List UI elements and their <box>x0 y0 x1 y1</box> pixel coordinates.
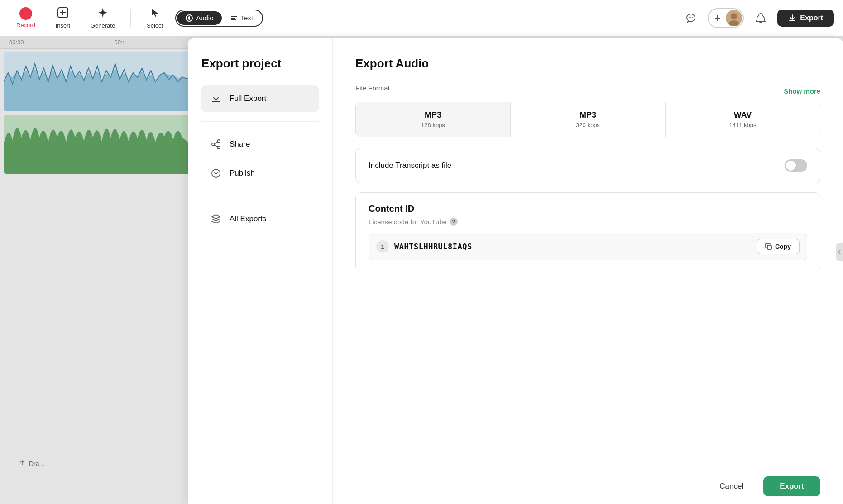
select-label: Select <box>147 22 163 29</box>
generate-label: Generate <box>91 22 115 29</box>
select-icon <box>149 7 161 20</box>
full-export-label: Full Export <box>230 94 266 103</box>
chat-icon <box>685 13 696 24</box>
audio-toggle-button[interactable]: Audio <box>177 11 221 25</box>
transcript-toggle[interactable] <box>785 159 807 172</box>
modal-content: Export Audio File Format Show more MP3 1… <box>333 38 843 504</box>
license-label-text: License code for YouTube <box>369 218 447 226</box>
generate-icon <box>97 7 109 20</box>
audio-icon <box>185 14 193 22</box>
record-button[interactable]: Record <box>9 4 43 32</box>
sidebar-divider-1 <box>201 121 319 122</box>
insert-icon <box>57 7 69 20</box>
export-button[interactable]: Export <box>777 10 834 27</box>
format-wav[interactable]: WAV 1411 kbps <box>666 102 820 137</box>
svg-point-10 <box>692 17 693 18</box>
svg-rect-5 <box>231 16 237 17</box>
transcript-section: Include Transcript as file <box>355 148 820 183</box>
copy-button[interactable]: Copy <box>757 239 800 254</box>
avatar-image <box>726 10 742 26</box>
sidebar-divider-2 <box>201 196 319 196</box>
content-id-title: Content ID <box>369 204 807 214</box>
export-audio-title: Export Audio <box>355 57 820 71</box>
svg-rect-7 <box>231 19 236 20</box>
toolbar-divider <box>130 9 131 27</box>
all-exports-label: All Exports <box>230 214 266 223</box>
text-toggle-label: Text <box>241 14 254 22</box>
toolbar-right: Export <box>681 8 834 28</box>
format-options: MP3 128 kbps MP3 320 kbps WAV 1411 kbps <box>355 102 820 137</box>
content-id-section: Content ID License code for YouTube ? 1 … <box>355 192 820 271</box>
format-name-1: MP3 <box>425 110 441 120</box>
record-label: Record <box>16 22 35 29</box>
svg-point-17 <box>212 143 215 146</box>
license-number: 1 <box>376 240 389 253</box>
chat-button[interactable] <box>681 9 700 28</box>
file-format-label: File Format <box>355 84 390 92</box>
export-btn-label: Export <box>800 14 823 22</box>
format-detail-1: 128 kbps <box>421 122 445 128</box>
transcript-toggle-row: Include Transcript as file <box>369 159 807 172</box>
svg-point-8 <box>689 17 690 18</box>
share-icon <box>209 137 223 152</box>
help-icon[interactable]: ? <box>450 218 458 226</box>
all-exports-icon <box>209 212 223 226</box>
export-action-button[interactable]: Export <box>763 476 820 496</box>
audio-toggle-label: Audio <box>196 14 213 22</box>
license-code: WAHTSLHHRUL8IAQS <box>394 242 751 251</box>
copy-label: Copy <box>775 243 791 250</box>
insert-button[interactable]: Insert <box>47 3 79 33</box>
generate-button[interactable]: Generate <box>83 3 122 33</box>
modal-sidebar: Export project Full Export <box>188 38 333 504</box>
publish-label: Publish <box>230 169 255 178</box>
bell-icon <box>755 13 766 24</box>
add-icon <box>713 14 722 23</box>
format-name-2: MP3 <box>580 110 596 120</box>
license-label-row: License code for YouTube ? <box>369 218 807 226</box>
license-code-row: 1 WAHTSLHHRUL8IAQS Copy <box>369 233 807 260</box>
text-toggle-button[interactable]: Text <box>222 11 262 25</box>
modal-title: Export project <box>201 57 319 71</box>
format-mp3-320[interactable]: MP3 320 kbps <box>511 102 666 137</box>
svg-point-18 <box>217 146 220 149</box>
export-panel: Export project Full Export <box>188 38 843 504</box>
collapse-indicator[interactable] <box>836 243 843 261</box>
audio-text-toggle: Audio Text <box>175 10 263 27</box>
share-label: Share <box>230 140 250 149</box>
svg-point-14 <box>731 13 737 19</box>
cancel-button[interactable]: Cancel <box>707 476 756 496</box>
format-detail-3: 1411 kbps <box>729 122 757 128</box>
copy-icon <box>765 243 772 250</box>
text-icon <box>230 14 238 22</box>
show-more-button[interactable]: Show more <box>784 87 820 95</box>
svg-point-9 <box>690 17 691 18</box>
notification-button[interactable] <box>751 9 770 28</box>
svg-rect-6 <box>231 18 235 19</box>
svg-line-19 <box>215 142 217 144</box>
publish-icon <box>209 166 223 181</box>
record-icon <box>19 7 32 20</box>
format-mp3-128[interactable]: MP3 128 kbps <box>356 102 511 137</box>
insert-label: Insert <box>56 22 71 29</box>
avatar[interactable] <box>726 10 742 26</box>
modal-footer: Cancel Export <box>333 468 843 504</box>
sidebar-full-export[interactable]: Full Export <box>201 85 319 112</box>
download-icon <box>788 14 796 22</box>
format-row: File Format Show more <box>355 84 820 98</box>
svg-rect-4 <box>188 16 190 20</box>
add-button[interactable] <box>709 10 726 26</box>
svg-rect-22 <box>767 245 771 249</box>
format-name-3: WAV <box>734 110 752 120</box>
toolbar: Record Insert Generate Select <box>0 0 843 36</box>
transcript-label: Include Transcript as file <box>369 161 451 170</box>
svg-line-20 <box>215 145 217 147</box>
sidebar-all-exports[interactable]: All Exports <box>201 205 319 233</box>
select-button[interactable]: Select <box>139 3 171 33</box>
format-detail-2: 320 kbps <box>576 122 600 128</box>
download-menu-icon <box>209 91 223 106</box>
svg-point-16 <box>217 140 220 143</box>
sidebar-share[interactable]: Share <box>201 131 319 158</box>
sidebar-publish[interactable]: Publish <box>201 160 319 187</box>
